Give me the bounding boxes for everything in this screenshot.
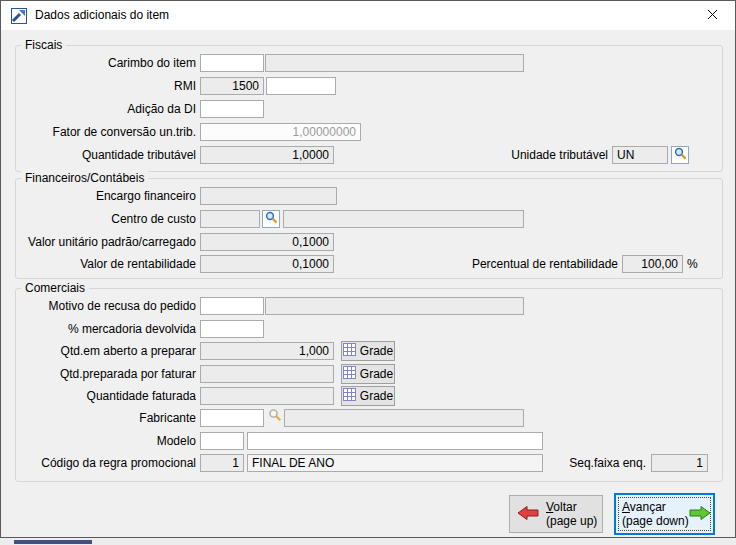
valor-rentabilidade-field[interactable] (200, 255, 334, 273)
pct-mercadoria-devolvida-label: % mercadoria devolvida (15, 320, 196, 338)
percentual-rentabilidade-field[interactable] (622, 255, 683, 273)
motivo-recusa-code-input[interactable] (200, 297, 264, 315)
rmi-value-field[interactable] (200, 77, 264, 95)
fabricante-desc-field[interactable] (284, 409, 524, 427)
magnifier-icon (674, 147, 687, 163)
seq-faixa-enq-field[interactable] (651, 454, 708, 472)
background-window-text-fragment (14, 540, 92, 544)
qtd-em-aberto-field[interactable] (200, 342, 334, 360)
background-window-strip (0, 538, 736, 545)
percentual-rentabilidade-label: Percentual de rentabilidade (441, 255, 618, 273)
centro-custo-lookup-button[interactable] (262, 210, 280, 228)
green-arrow-right-icon (689, 505, 711, 524)
seq-faixa-enq-label: Seq.faixa enq. (521, 454, 646, 472)
screenshot-root: Dados adicionais do item Fiscais Carimbo… (0, 0, 736, 545)
percentual-suffix: % (687, 255, 701, 273)
fabricante-code-input[interactable] (200, 409, 264, 427)
modelo-label: Modelo (15, 432, 196, 450)
dialog-window: Dados adicionais do item Fiscais Carimbo… (0, 0, 736, 538)
group-comerciais-label: Comerciais (21, 281, 89, 296)
encargo-financeiro-label: Encargo financeiro (15, 187, 196, 205)
avancar-button[interactable]: Avançar (page down) (614, 493, 715, 535)
grid-icon (343, 388, 356, 404)
rmi-label: RMI (15, 77, 196, 95)
voltar-button-label: Voltar (page up) (546, 500, 597, 528)
unidade-tributavel-field[interactable] (612, 146, 668, 164)
grade-button-label: Grade (360, 344, 393, 358)
grade-button-qtd-em-aberto[interactable]: Grade (341, 341, 395, 361)
qtd-em-aberto-label: Qtd.em aberto a preparar (15, 342, 196, 360)
group-comerciais: Comerciais (15, 288, 723, 482)
quantidade-faturada-label: Quantidade faturada (15, 387, 196, 405)
window-title: Dados adicionais do item (35, 8, 169, 22)
grade-button-label: Grade (360, 389, 393, 403)
motivo-recusa-label: Motivo de recusa do pedido (15, 297, 196, 315)
fabricante-lookup-button[interactable] (267, 408, 283, 424)
close-button[interactable] (690, 1, 735, 30)
close-icon (707, 8, 718, 23)
carimbo-label: Carimbo do item (15, 54, 196, 72)
voltar-button[interactable]: Voltar (page up) (509, 495, 603, 533)
quantidade-tributavel-label: Quantidade tributável (15, 146, 196, 164)
fator-conversao-label: Fator de conversão un.trib. (15, 123, 196, 141)
centro-custo-desc-field[interactable] (283, 210, 524, 228)
grid-icon (343, 343, 356, 359)
regra-promocional-code-field[interactable] (200, 454, 244, 472)
fator-conversao-field[interactable] (200, 123, 361, 141)
valor-rentabilidade-label: Valor de rentabilidade (15, 255, 196, 273)
adicao-di-input[interactable] (200, 100, 264, 118)
group-fiscais-label: Fiscais (21, 38, 66, 53)
carimbo-code-input[interactable] (200, 54, 264, 72)
group-financeiros-label: Financeiros/Contábeis (21, 171, 148, 186)
grid-icon (343, 366, 356, 382)
grade-button-qtd-preparada[interactable]: Grade (341, 364, 395, 384)
magnifier-icon (265, 211, 278, 227)
adicao-di-label: Adição da DI (15, 100, 196, 118)
regra-promocional-label: Código da regra promocional (15, 454, 196, 472)
fabricante-dropdown-arrow[interactable] (269, 426, 278, 431)
grade-button-quantidade-faturada[interactable]: Grade (341, 386, 395, 406)
modelo-desc-input[interactable] (247, 432, 543, 450)
avancar-button-label: Avançar (page down) (622, 500, 689, 528)
valor-unitario-field[interactable] (200, 233, 334, 251)
centro-custo-code-field[interactable] (200, 210, 260, 228)
fabricante-label: Fabricante (15, 409, 196, 427)
unidade-tributavel-label: Unidade tributável (471, 146, 608, 164)
carimbo-desc-field[interactable] (265, 54, 524, 72)
regra-promocional-desc-field[interactable] (247, 454, 543, 472)
grade-button-label: Grade (360, 367, 393, 381)
quantidade-tributavel-field[interactable] (200, 146, 334, 164)
rmi-extra-input[interactable] (266, 77, 336, 95)
motivo-recusa-desc-field[interactable] (265, 297, 524, 315)
modelo-code-input[interactable] (200, 432, 244, 450)
red-arrow-left-icon (517, 505, 539, 524)
magnifier-icon (268, 408, 282, 425)
qtd-preparada-label: Qtd.preparada por faturar (15, 365, 196, 383)
centro-custo-label: Centro de custo (15, 210, 196, 228)
pct-mercadoria-devolvida-input[interactable] (200, 320, 264, 338)
encargo-financeiro-field[interactable] (200, 187, 337, 205)
unidade-tributavel-lookup-button[interactable] (671, 146, 689, 164)
title-bar: Dados adicionais do item (1, 1, 735, 30)
qtd-preparada-field[interactable] (200, 365, 334, 383)
app-icon (11, 8, 27, 24)
quantidade-faturada-field[interactable] (200, 387, 334, 405)
valor-unitario-label: Valor unitário padrão/carregado (15, 233, 196, 251)
